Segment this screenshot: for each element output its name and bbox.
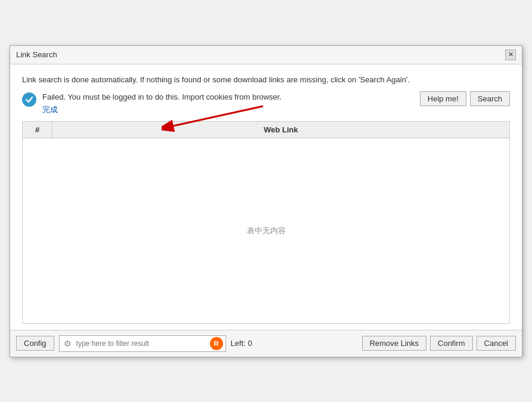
col-hash: # [23,122,52,138]
close-icon: ✕ [508,51,514,58]
info-text: Link search is done automatically. If no… [22,74,510,86]
done-label: 完成 [42,104,414,115]
search-button[interactable]: Search [470,91,510,106]
link-search-dialog: Link Search ✕ Link search is done automa… [10,45,522,357]
check-icon [22,92,36,107]
title-bar: Link Search ✕ [10,46,522,64]
status-text-area: Failed. You must be logged in to do this… [42,91,414,115]
web-link-table: # Web Link 表中无内容 [22,121,510,324]
footer-right-buttons: Remove Links Confirm Cancel [362,336,516,351]
help-me-button[interactable]: Help me! [420,91,466,106]
table-body: 表中无内容 [23,138,509,323]
filter-input[interactable] [74,338,210,349]
status-buttons: Help me! Search [420,91,510,106]
config-button[interactable]: Config [16,336,54,351]
cancel-button[interactable]: Cancel [477,336,516,351]
dialog-body: Link search is done automatically. If no… [10,64,522,330]
r-badge: R [210,337,223,350]
status-message: Failed. You must be logged in to do this… [42,91,414,103]
col-web-link: Web Link [52,122,509,138]
gear-icon: ⚙ [62,338,74,350]
empty-text: 表中无内容 [247,225,286,236]
left-count: Left: 0 [231,339,252,348]
filter-wrapper: ⚙ R [59,335,226,352]
close-button[interactable]: ✕ [505,50,516,60]
footer: Config ⚙ R Left: 0 Remove Links Confirm … [10,330,522,357]
dialog-title: Link Search [16,50,57,59]
confirm-button[interactable]: Confirm [430,336,473,351]
remove-links-button[interactable]: Remove Links [362,336,426,351]
status-row: Failed. You must be logged in to do this… [22,91,510,115]
table-header: # Web Link [23,122,509,138]
